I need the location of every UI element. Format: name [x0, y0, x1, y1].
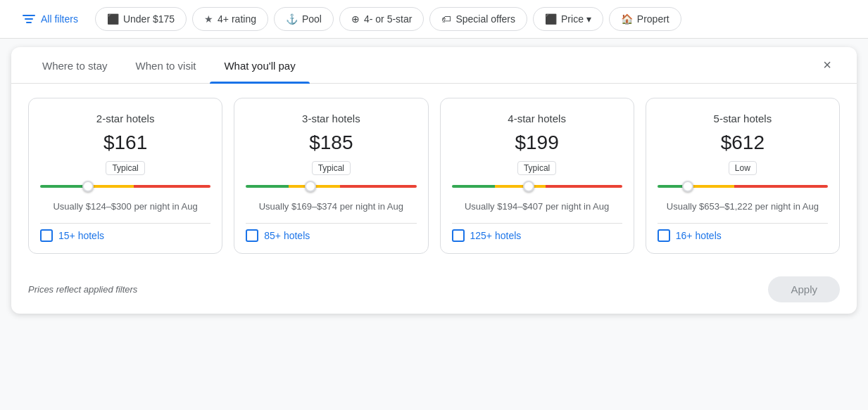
filter-price[interactable]: ⬛ Price ▾	[533, 7, 603, 31]
2star-title: 2-star hotels	[96, 113, 155, 124]
3star-track	[246, 185, 416, 188]
hotel-card-5star: 5-star hotels $612 Low Usually $653–$1,2…	[646, 98, 840, 254]
3star-checkbox[interactable]	[246, 229, 258, 242]
tabs: Where to stay When to visit What you'll …	[11, 47, 857, 84]
hotel-card-3star: 3-star hotels $185 Typical Usually $169–…	[234, 98, 428, 254]
4star-slider: Typical	[452, 161, 622, 193]
5star-thumb[interactable]	[682, 181, 693, 192]
2star-slider: Typical	[40, 161, 210, 193]
tab-when-to-visit[interactable]: When to visit	[122, 47, 210, 83]
bottom-bar: Prices reflect applied filters Apply	[11, 268, 857, 314]
price-cam-icon: ⬛	[545, 13, 557, 25]
4star-thumb[interactable]	[523, 181, 534, 192]
2star-slider-label: Typical	[106, 161, 144, 175]
3star-title: 3-star hotels	[302, 113, 360, 124]
pool-icon: ⚓	[286, 13, 298, 25]
filter-under175[interactable]: ⬛ Under $175	[95, 7, 187, 31]
3star-thumb[interactable]	[305, 181, 316, 192]
circle-star-icon: ⊕	[351, 13, 360, 25]
filter-special-offers[interactable]: 🏷 Special offers	[429, 7, 527, 31]
5star-title: 5-star hotels	[714, 113, 772, 124]
4star-slider-track[interactable]	[452, 179, 622, 193]
5star-slider-track[interactable]	[658, 179, 828, 193]
star-icon: ★	[204, 13, 213, 25]
property-label: Propert	[637, 13, 669, 25]
5star-footer: 16+ hotels	[658, 223, 828, 242]
2star-checkbox[interactable]	[40, 229, 53, 242]
main-panel: Where to stay When to visit What you'll …	[11, 47, 857, 314]
hotel-card-4star: 4-star hotels $199 Typical Usually $194–…	[440, 98, 634, 254]
5star-range: Usually $653–$1,222 per night in Aug	[667, 200, 819, 213]
prices-note: Prices reflect applied filters	[28, 284, 137, 295]
filters-icon	[23, 15, 35, 23]
apply-button[interactable]: Apply	[768, 276, 840, 302]
5star-slider-label: Low	[729, 161, 757, 175]
hotel-card-2star: 2-star hotels $161 Typical Usually $124–…	[28, 98, 222, 254]
4star-price: $199	[515, 132, 558, 154]
tab-what-youll-pay[interactable]: What you'll pay	[210, 47, 309, 83]
3star-footer: 85+ hotels	[246, 223, 416, 242]
under175-icon: ⬛	[107, 13, 119, 25]
5star-checkbox[interactable]	[658, 229, 670, 242]
2star-track	[40, 185, 210, 188]
2star-footer: 15+ hotels	[40, 223, 210, 242]
4star-count-link[interactable]: 125+ hotels	[470, 230, 522, 241]
3star-slider-track[interactable]	[246, 179, 416, 193]
2star-range: Usually $124–$300 per night in Aug	[53, 200, 197, 213]
home-icon: 🏠	[621, 13, 633, 25]
3star-slider: Typical	[246, 161, 416, 193]
price-label: Price ▾	[561, 13, 591, 25]
rating-label: 4+ rating	[218, 13, 256, 25]
all-filters-label: All filters	[41, 13, 78, 25]
3star-slider-label: Typical	[312, 161, 351, 175]
4star-checkbox[interactable]	[452, 229, 465, 242]
tag-icon: 🏷	[441, 13, 451, 25]
5star-count-link[interactable]: 16+ hotels	[676, 230, 722, 241]
tab-where-to-stay[interactable]: Where to stay	[28, 47, 122, 83]
3star-range: Usually $169–$374 per night in Aug	[259, 200, 403, 213]
5star-price: $612	[721, 132, 765, 154]
4star-range: Usually $194–$407 per night in Aug	[465, 200, 609, 213]
3star-price: $185	[309, 132, 353, 154]
5star-slider: Low	[658, 161, 828, 193]
star-rating-label: 4- or 5-star	[364, 13, 412, 25]
4star-slider-label: Typical	[517, 161, 556, 175]
filter-rating[interactable]: ★ 4+ rating	[192, 7, 268, 31]
all-filters-button[interactable]: All filters	[11, 8, 89, 30]
4star-footer: 125+ hotels	[452, 223, 622, 242]
pool-label: Pool	[302, 13, 322, 25]
2star-count-link[interactable]: 15+ hotels	[58, 230, 104, 241]
5star-track	[658, 185, 828, 188]
2star-price: $161	[103, 132, 147, 154]
cards-area: 2-star hotels $161 Typical Usually $124–…	[11, 84, 857, 268]
2star-slider-track[interactable]	[40, 179, 210, 193]
close-button[interactable]: ×	[814, 53, 840, 78]
filter-property[interactable]: 🏠 Propert	[609, 7, 681, 31]
4star-track	[452, 185, 622, 188]
3star-count-link[interactable]: 85+ hotels	[264, 230, 310, 241]
4star-title: 4-star hotels	[508, 113, 566, 124]
filter-pool[interactable]: ⚓ Pool	[274, 7, 334, 31]
filter-star-rating[interactable]: ⊕ 4- or 5-star	[339, 7, 424, 31]
special-offers-label: Special offers	[455, 13, 515, 25]
2star-thumb[interactable]	[82, 181, 94, 192]
under175-label: Under $175	[123, 13, 175, 25]
filter-bar: All filters ⬛ Under $175 ★ 4+ rating ⚓ P…	[0, 0, 868, 39]
